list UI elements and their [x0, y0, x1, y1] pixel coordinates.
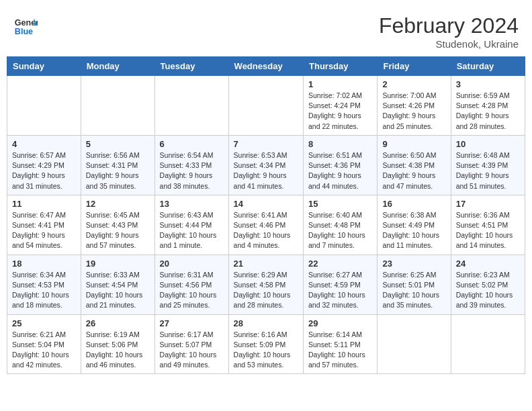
table-row: 29Sunrise: 6:14 AM Sunset: 5:11 PM Dayli… — [304, 314, 378, 374]
location-subtitle: Studenok, Ukraine — [379, 38, 519, 50]
day-info: Sunrise: 6:43 AM Sunset: 4:44 PM Dayligh… — [160, 210, 224, 251]
table-row: 28Sunrise: 6:16 AM Sunset: 5:09 PM Dayli… — [228, 314, 303, 374]
day-info: Sunrise: 6:38 AM Sunset: 4:49 PM Dayligh… — [382, 210, 445, 251]
table-row: 3Sunrise: 6:59 AM Sunset: 4:28 PM Daylig… — [451, 76, 525, 136]
calendar-table: Sunday Monday Tuesday Wednesday Thursday… — [7, 56, 525, 374]
table-row: 2Sunrise: 7:00 AM Sunset: 4:26 PM Daylig… — [378, 76, 451, 136]
col-thursday: Thursday — [304, 57, 378, 76]
logo: General Blue — [13, 13, 38, 38]
col-monday: Monday — [81, 57, 154, 76]
day-info: Sunrise: 6:48 AM Sunset: 4:39 PM Dayligh… — [456, 150, 520, 191]
day-number: 6 — [160, 139, 224, 149]
day-info: Sunrise: 6:31 AM Sunset: 4:56 PM Dayligh… — [160, 270, 224, 311]
table-row: 25Sunrise: 6:21 AM Sunset: 5:04 PM Dayli… — [7, 314, 81, 374]
table-row: 18Sunrise: 6:34 AM Sunset: 4:53 PM Dayli… — [7, 255, 81, 314]
table-row — [378, 314, 451, 374]
table-row: 16Sunrise: 6:38 AM Sunset: 4:49 PM Dayli… — [378, 195, 451, 255]
table-row: 17Sunrise: 6:36 AM Sunset: 4:51 PM Dayli… — [451, 195, 525, 255]
table-row — [154, 76, 228, 136]
day-number: 21 — [234, 259, 298, 269]
calendar-week-row: 18Sunrise: 6:34 AM Sunset: 4:53 PM Dayli… — [7, 255, 525, 314]
month-year-title: February 2024 — [379, 13, 519, 38]
day-info: Sunrise: 6:33 AM Sunset: 4:54 PM Dayligh… — [86, 270, 150, 311]
table-row: 10Sunrise: 6:48 AM Sunset: 4:39 PM Dayli… — [451, 135, 525, 195]
table-row: 26Sunrise: 6:19 AM Sunset: 5:06 PM Dayli… — [81, 314, 154, 374]
table-row: 13Sunrise: 6:43 AM Sunset: 4:44 PM Dayli… — [154, 195, 228, 255]
table-row: 15Sunrise: 6:40 AM Sunset: 4:48 PM Dayli… — [304, 195, 378, 255]
col-friday: Friday — [378, 57, 451, 76]
day-number: 1 — [308, 79, 372, 89]
day-number: 17 — [456, 199, 520, 209]
title-block: February 2024 Studenok, Ukraine — [379, 13, 519, 50]
day-number: 14 — [234, 199, 298, 209]
table-row: 6Sunrise: 6:54 AM Sunset: 4:33 PM Daylig… — [154, 135, 228, 195]
day-info: Sunrise: 6:53 AM Sunset: 4:34 PM Dayligh… — [234, 150, 298, 191]
day-info: Sunrise: 7:00 AM Sunset: 4:26 PM Dayligh… — [382, 91, 445, 132]
day-info: Sunrise: 6:34 AM Sunset: 4:53 PM Dayligh… — [12, 270, 76, 311]
day-info: Sunrise: 6:50 AM Sunset: 4:38 PM Dayligh… — [382, 150, 445, 191]
day-info: Sunrise: 6:40 AM Sunset: 4:48 PM Dayligh… — [308, 210, 372, 251]
day-info: Sunrise: 6:54 AM Sunset: 4:33 PM Dayligh… — [160, 150, 224, 191]
table-row: 9Sunrise: 6:50 AM Sunset: 4:38 PM Daylig… — [378, 135, 451, 195]
day-info: Sunrise: 6:17 AM Sunset: 5:07 PM Dayligh… — [160, 330, 224, 371]
calendar-header-row: Sunday Monday Tuesday Wednesday Thursday… — [7, 57, 525, 76]
day-info: Sunrise: 6:59 AM Sunset: 4:28 PM Dayligh… — [456, 91, 520, 132]
day-info: Sunrise: 6:29 AM Sunset: 4:58 PM Dayligh… — [234, 270, 298, 311]
day-info: Sunrise: 6:27 AM Sunset: 4:59 PM Dayligh… — [308, 270, 372, 311]
table-row — [451, 314, 525, 374]
day-number: 22 — [308, 259, 372, 269]
day-number: 9 — [382, 139, 445, 149]
calendar-week-row: 1Sunrise: 7:02 AM Sunset: 4:24 PM Daylig… — [7, 76, 525, 136]
day-info: Sunrise: 6:47 AM Sunset: 4:41 PM Dayligh… — [12, 210, 76, 251]
day-number: 13 — [160, 199, 224, 209]
day-info: Sunrise: 6:41 AM Sunset: 4:46 PM Dayligh… — [234, 210, 298, 251]
day-info: Sunrise: 6:19 AM Sunset: 5:06 PM Dayligh… — [86, 330, 150, 371]
day-number: 26 — [86, 318, 150, 328]
day-number: 16 — [382, 199, 445, 209]
table-row: 24Sunrise: 6:23 AM Sunset: 5:02 PM Dayli… — [451, 255, 525, 314]
table-row: 7Sunrise: 6:53 AM Sunset: 4:34 PM Daylig… — [228, 135, 303, 195]
day-number: 12 — [86, 199, 150, 209]
day-info: Sunrise: 6:25 AM Sunset: 5:01 PM Dayligh… — [382, 270, 445, 311]
day-number: 2 — [382, 79, 445, 89]
table-row: 4Sunrise: 6:57 AM Sunset: 4:29 PM Daylig… — [7, 135, 81, 195]
day-number: 10 — [456, 139, 520, 149]
table-row: 19Sunrise: 6:33 AM Sunset: 4:54 PM Dayli… — [81, 255, 154, 314]
table-row: 22Sunrise: 6:27 AM Sunset: 4:59 PM Dayli… — [304, 255, 378, 314]
logo-icon: General Blue — [13, 13, 38, 38]
day-info: Sunrise: 7:02 AM Sunset: 4:24 PM Dayligh… — [308, 91, 372, 132]
col-tuesday: Tuesday — [154, 57, 228, 76]
table-row: 8Sunrise: 6:51 AM Sunset: 4:36 PM Daylig… — [304, 135, 378, 195]
day-number: 19 — [86, 259, 150, 269]
day-number: 27 — [160, 318, 224, 328]
day-number: 28 — [234, 318, 298, 328]
svg-text:Blue: Blue — [15, 27, 33, 36]
day-number: 5 — [86, 139, 150, 149]
col-sunday: Sunday — [7, 57, 81, 76]
day-number: 25 — [12, 318, 76, 328]
table-row — [81, 76, 154, 136]
day-info: Sunrise: 6:51 AM Sunset: 4:36 PM Dayligh… — [308, 150, 372, 191]
day-info: Sunrise: 6:16 AM Sunset: 5:09 PM Dayligh… — [234, 330, 298, 371]
day-number: 3 — [456, 79, 520, 89]
day-info: Sunrise: 6:57 AM Sunset: 4:29 PM Dayligh… — [12, 150, 76, 191]
day-number: 11 — [12, 199, 76, 209]
day-number: 23 — [382, 259, 445, 269]
table-row: 5Sunrise: 6:56 AM Sunset: 4:31 PM Daylig… — [81, 135, 154, 195]
table-row: 1Sunrise: 7:02 AM Sunset: 4:24 PM Daylig… — [304, 76, 378, 136]
day-number: 18 — [12, 259, 76, 269]
col-wednesday: Wednesday — [228, 57, 303, 76]
table-row: 27Sunrise: 6:17 AM Sunset: 5:07 PM Dayli… — [154, 314, 228, 374]
day-info: Sunrise: 6:14 AM Sunset: 5:11 PM Dayligh… — [308, 330, 372, 371]
day-number: 29 — [308, 318, 372, 328]
day-info: Sunrise: 6:56 AM Sunset: 4:31 PM Dayligh… — [86, 150, 150, 191]
calendar-week-row: 11Sunrise: 6:47 AM Sunset: 4:41 PM Dayli… — [7, 195, 525, 255]
day-number: 20 — [160, 259, 224, 269]
table-row: 14Sunrise: 6:41 AM Sunset: 4:46 PM Dayli… — [228, 195, 303, 255]
table-row: 12Sunrise: 6:45 AM Sunset: 4:43 PM Dayli… — [81, 195, 154, 255]
col-saturday: Saturday — [451, 57, 525, 76]
day-number: 8 — [308, 139, 372, 149]
table-row: 11Sunrise: 6:47 AM Sunset: 4:41 PM Dayli… — [7, 195, 81, 255]
calendar-week-row: 25Sunrise: 6:21 AM Sunset: 5:04 PM Dayli… — [7, 314, 525, 374]
page-header: General Blue February 2024 Studenok, Ukr… — [7, 7, 525, 53]
